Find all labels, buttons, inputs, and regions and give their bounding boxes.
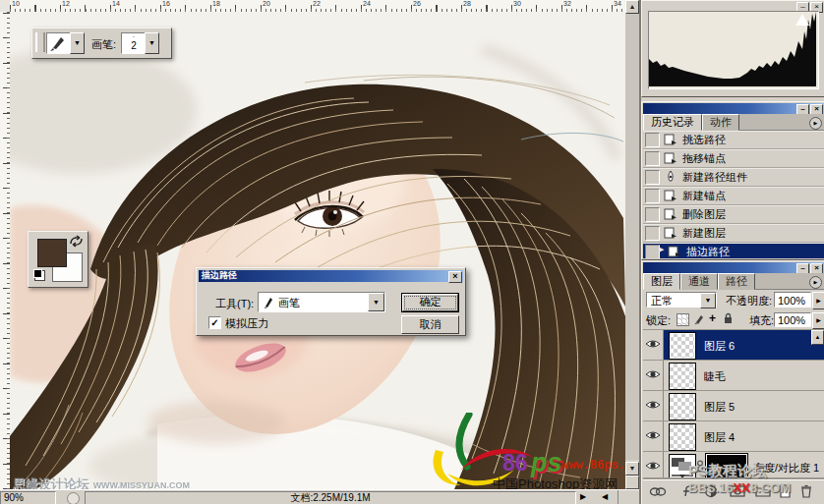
visibility-cell[interactable] xyxy=(643,330,664,360)
tab-actions[interactable]: 动作 xyxy=(702,114,739,131)
histogram-panel: – × xyxy=(641,0,824,97)
status-left-arrow-icon[interactable]: ◀ xyxy=(602,492,608,501)
link-layers-icon[interactable] xyxy=(649,486,667,497)
layer-row[interactable]: 图层 5 xyxy=(643,391,824,421)
layers-scroll-up-button[interactable]: ▲ xyxy=(811,330,824,345)
layer-row[interactable]: 睫毛 xyxy=(643,361,824,391)
scroll-up-button[interactable]: ▲ xyxy=(625,0,639,14)
drag-grip[interactable] xyxy=(35,32,45,52)
history-item[interactable]: 拖移锚点 xyxy=(643,149,824,168)
layer-row-selected[interactable]: 图层 6 ▲ xyxy=(643,330,824,361)
layer-style-icon[interactable] xyxy=(680,484,692,499)
history-item[interactable]: 新建路径组件 xyxy=(643,168,824,187)
history-item[interactable]: 挑选路径 xyxy=(643,131,824,149)
history-source-well[interactable] xyxy=(645,133,660,147)
layer-thumbnail[interactable] xyxy=(669,423,696,451)
history-source-well[interactable] xyxy=(645,245,660,258)
visibility-cell[interactable] xyxy=(643,361,664,390)
opacity-field[interactable]: 100% xyxy=(774,292,811,308)
visibility-cell[interactable] xyxy=(643,391,664,420)
layer-thumbnail[interactable] xyxy=(669,393,696,420)
new-group-icon[interactable] xyxy=(755,485,771,497)
brush-preset-dropdown-button[interactable]: ▼ xyxy=(70,32,85,54)
layer-name: 图层 4 xyxy=(704,430,735,445)
blend-mode-select[interactable]: 正常 ▼ xyxy=(646,292,717,308)
brush-size-dropdown-button[interactable]: ▼ xyxy=(145,32,159,54)
history-panel: – × 历史记录 动作 ▶ 挑选路径 拖移锚点 新建路径组件 xyxy=(641,101,824,260)
history-source-well[interactable] xyxy=(645,226,660,241)
tab-history[interactable]: 历史记录 xyxy=(643,114,702,131)
ruler-number: 14 xyxy=(112,0,120,7)
new-layer-icon[interactable] xyxy=(779,484,792,498)
panel-menu-button[interactable]: ▶ xyxy=(809,276,822,289)
opacity-slider-button[interactable]: ▶ xyxy=(812,292,824,309)
document-size-field[interactable]: 文档:2.25M/19.1M xyxy=(85,491,576,504)
history-titlebar[interactable]: – × xyxy=(643,103,824,114)
history-source-well[interactable] xyxy=(645,170,660,185)
tab-paths[interactable]: 路径 xyxy=(718,273,755,290)
foreground-color-swatch[interactable] xyxy=(37,239,67,267)
cancel-button[interactable]: 取消 xyxy=(401,315,459,334)
default-colors-icon[interactable] xyxy=(34,270,45,281)
history-source-well[interactable] xyxy=(645,207,660,222)
layer-row[interactable]: 图层 4 xyxy=(643,421,824,452)
up-arrow-icon: ▲ xyxy=(815,334,821,340)
history-source-well[interactable] xyxy=(645,189,660,203)
canvas[interactable]: 思缘设计论坛 WWW.MISSYUAN.COM 86 ps www.86ps.c… xyxy=(10,12,625,489)
history-item[interactable]: 删除图层 xyxy=(643,205,824,224)
dialog-titlebar[interactable]: 描边路径 × xyxy=(199,270,463,282)
swap-colors-icon[interactable] xyxy=(69,235,84,248)
ruler-number: 16 xyxy=(162,0,170,7)
layer-mask-thumbnail[interactable] xyxy=(706,454,747,478)
resize-grip[interactable] xyxy=(625,476,639,489)
opacity-value: 100% xyxy=(778,295,805,307)
delete-layer-icon[interactable] xyxy=(800,484,812,498)
new-adjustment-layer-icon[interactable] xyxy=(704,484,718,498)
simulate-pressure-checkbox[interactable]: ✓ xyxy=(208,316,221,329)
side-arrow-icon: ▶ xyxy=(816,317,821,323)
layer-thumbnail[interactable] xyxy=(669,332,696,360)
canvas-vscrollbar[interactable]: ▲ ▼ xyxy=(625,0,639,489)
scrollbar-track[interactable] xyxy=(625,14,639,460)
brush-icon xyxy=(263,296,274,308)
adjustment-thumbnail[interactable] xyxy=(669,454,696,478)
brush-tool-button[interactable] xyxy=(46,32,72,54)
panel-menu-button[interactable]: ▶ xyxy=(809,117,822,130)
status-bar: 90% 文档:2.25M/19.1M ▶ ◀ xyxy=(0,489,639,504)
tab-layers[interactable]: 图层 xyxy=(643,273,680,290)
layer-thumbnail[interactable] xyxy=(669,363,696,390)
fill-field[interactable]: 100% xyxy=(774,312,811,327)
adjustment-layer-row[interactable]: 亮度/对比度 1 xyxy=(643,452,824,478)
lock-label: 锁定: xyxy=(646,313,671,328)
blend-mode-dropdown-button[interactable]: ▼ xyxy=(700,293,716,308)
visibility-cell[interactable] xyxy=(643,421,664,451)
tool-combobox[interactable]: 画笔 ▼ xyxy=(258,292,385,312)
history-item-label: 新建锚点 xyxy=(682,189,726,203)
lock-position-icon[interactable]: + xyxy=(709,311,716,325)
histogram-graph xyxy=(649,12,816,86)
layer-name: 图层 5 xyxy=(704,400,735,415)
fill-slider-button[interactable]: ▶ xyxy=(812,312,824,329)
add-mask-icon[interactable] xyxy=(730,485,745,497)
photoshop-window: 10 12 14 16 18 20 22 24 26 28 30 32 34 xyxy=(0,0,824,504)
history-item[interactable]: 新建图层 xyxy=(643,224,824,243)
ok-button[interactable]: 确定 xyxy=(402,294,458,311)
brush-size-field[interactable]: · 2 xyxy=(121,32,147,54)
lock-all-icon[interactable] xyxy=(723,312,734,324)
scroll-down-button[interactable]: ▼ xyxy=(625,462,639,476)
lock-transparency-icon[interactable] xyxy=(677,313,689,326)
ruler-number: 26 xyxy=(413,0,421,7)
lock-pixels-icon[interactable] xyxy=(693,312,705,325)
visibility-cell[interactable] xyxy=(643,452,664,478)
history-item[interactable]: 新建锚点 xyxy=(643,187,824,205)
history-source-well[interactable] xyxy=(645,151,660,166)
history-item-label: 挑选路径 xyxy=(682,133,726,147)
zoom-level-field[interactable]: 90% xyxy=(0,491,56,504)
tab-channels[interactable]: 通道 xyxy=(680,273,718,290)
dialog-close-button[interactable]: × xyxy=(448,271,462,283)
history-item-selected[interactable]: ▶ 描边路径 xyxy=(643,243,824,258)
layers-titlebar[interactable]: – × xyxy=(643,262,824,273)
status-right-arrow-icon[interactable]: ▶ xyxy=(580,492,586,501)
tool-dropdown-button[interactable]: ▼ xyxy=(368,293,384,311)
history-item-label: 删除图层 xyxy=(682,207,726,222)
